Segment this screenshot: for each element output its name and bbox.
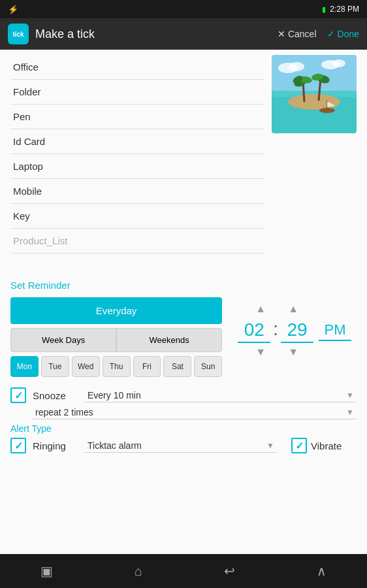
snooze-repeat-dropdown[interactable]: repeat 2 times ▼: [33, 406, 357, 419]
status-indicator: ⚡: [8, 5, 18, 14]
list-item[interactable]: Mobile: [10, 179, 264, 204]
snooze-interval-dropdown[interactable]: Every 10 min ▼: [85, 389, 357, 402]
recent-icon: ▣: [40, 563, 53, 579]
weekends-button[interactable]: Weekends: [116, 328, 222, 352]
cancel-button[interactable]: ✕ Cancel: [278, 29, 317, 39]
dropdown-arrow-icon: ▼: [346, 391, 354, 400]
snooze-row: ✓ Snooze Every 10 min ▼: [10, 387, 357, 403]
minute-value[interactable]: 29: [281, 318, 313, 343]
dropdown-arrow-icon: ▼: [346, 408, 354, 417]
checklist-items: Office Folder Pen Id Card Laptop Mobile …: [10, 55, 264, 253]
weekday-buttons: Mon Tue Wed Thu Fri: [10, 356, 222, 377]
list-item[interactable]: Laptop: [10, 154, 264, 179]
minute-unit: 29: [281, 318, 313, 343]
day-wed-button[interactable]: Wed: [72, 356, 100, 377]
day-thu-button[interactable]: Thu: [103, 356, 131, 377]
list-item[interactable]: Key: [10, 204, 264, 229]
day-picker: Everyday Week Days Weekends Mon Tue: [10, 297, 222, 377]
minute-down-button[interactable]: ▼: [283, 346, 303, 359]
app-bar: tick Make a tick ✕ Cancel ✓ Done: [0, 18, 367, 50]
day-mon-button[interactable]: Mon: [10, 356, 39, 377]
usb-icon: ⚡: [8, 5, 18, 14]
time-display: 2:28 PM: [330, 5, 359, 14]
check-icon: ✓: [14, 440, 23, 452]
reminder-row: Everyday Week Days Weekends Mon Tue: [10, 297, 357, 377]
alert-section: ✓ Snooze Every 10 min ▼ repeat 2 times ▼…: [0, 382, 367, 459]
hour-unit: 02: [238, 318, 270, 343]
app-bar-actions: ✕ Cancel ✓ Done: [278, 29, 359, 39]
list-item-placeholder[interactable]: Product_List: [10, 229, 264, 253]
back-button[interactable]: ↩: [214, 558, 246, 584]
dropdown-arrow-icon: ▼: [266, 441, 274, 450]
snooze-label: Snooze: [33, 390, 78, 401]
time-picker: ▲ ▲ 02 : 29 PM: [232, 297, 357, 377]
battery-icon: ▮: [322, 5, 326, 14]
bottom-nav: ▣ ⌂ ↩ ∧: [0, 554, 367, 588]
home-icon: ⌂: [135, 564, 142, 579]
main-content: Office Folder Pen Id Card Laptop Mobile …: [0, 50, 367, 554]
check-icon: ✓: [327, 29, 335, 39]
home-button[interactable]: ⌂: [124, 559, 153, 584]
svg-rect-0: [272, 55, 357, 94]
app-logo: tick: [8, 24, 29, 44]
set-reminder-section: Set Reminder Everyday Week Days Weekends…: [0, 274, 367, 382]
vibrate-label: Vibrate: [311, 440, 357, 451]
alert-type-label: Alert Type: [10, 423, 357, 434]
hour-value[interactable]: 02: [238, 318, 270, 343]
svg-point-15: [289, 62, 304, 71]
check-icon: ✓: [295, 440, 304, 452]
check-icon: ✓: [14, 389, 23, 402]
list-item[interactable]: Id Card: [10, 129, 264, 154]
minute-up-button[interactable]: ▲: [283, 302, 303, 316]
checklist-section: Office Folder Pen Id Card Laptop Mobile …: [0, 50, 367, 259]
time-colon: :: [273, 319, 278, 340]
ringing-checkbox[interactable]: ✓: [10, 438, 26, 453]
recent-apps-button[interactable]: ▣: [30, 558, 63, 584]
cancel-icon: ✕: [278, 29, 285, 39]
vibrate-group: ✓ Vibrate: [291, 438, 357, 453]
ampm-value[interactable]: PM: [319, 320, 351, 341]
ringing-sound-dropdown[interactable]: Ticktac alarm ▼: [85, 439, 277, 453]
page-title: Make a tick: [35, 27, 95, 41]
day-fri-button[interactable]: Fri: [133, 356, 161, 377]
vibrate-checkbox[interactable]: ✓: [291, 438, 307, 453]
weekdays-button[interactable]: Week Days: [10, 328, 116, 352]
list-item[interactable]: Office: [10, 55, 264, 80]
chevron-up-icon: ∧: [317, 563, 327, 579]
everyday-button[interactable]: Everyday: [10, 297, 222, 324]
ampm-unit: PM: [319, 320, 351, 341]
weekday-weekend-row: Week Days Weekends: [10, 328, 222, 352]
ringing-vibrate-row: ✓ Ringing Ticktac alarm ▼ ✓ Vibrate: [10, 438, 357, 453]
day-sat-button[interactable]: Sat: [163, 356, 191, 377]
list-item[interactable]: Folder: [10, 80, 264, 105]
snooze-checkbox[interactable]: ✓: [10, 387, 26, 403]
more-button[interactable]: ∧: [306, 558, 337, 584]
reminder-section-label: Set Reminder: [10, 280, 357, 291]
day-selector: Everyday Week Days Weekends Mon Tue: [10, 297, 222, 377]
day-sun-button[interactable]: Sun: [194, 356, 222, 377]
status-bar: ⚡ ▮ 2:28 PM: [0, 0, 367, 18]
repeat-row: repeat 2 times ▼: [10, 406, 357, 419]
day-tue-button[interactable]: Tue: [41, 356, 69, 377]
list-item[interactable]: Pen: [10, 105, 264, 129]
done-button[interactable]: ✓ Done: [327, 29, 359, 39]
hour-down-button[interactable]: ▼: [251, 346, 270, 359]
app-bar-left: tick Make a tick: [8, 24, 95, 44]
svg-point-17: [332, 59, 345, 67]
svg-point-3: [288, 94, 340, 110]
ringing-label: Ringing: [33, 440, 78, 451]
photo-thumbnail[interactable]: [272, 55, 357, 133]
back-icon: ↩: [224, 563, 235, 579]
time-display: 02 : 29 PM: [238, 318, 351, 343]
hour-up-button[interactable]: ▲: [251, 302, 270, 316]
